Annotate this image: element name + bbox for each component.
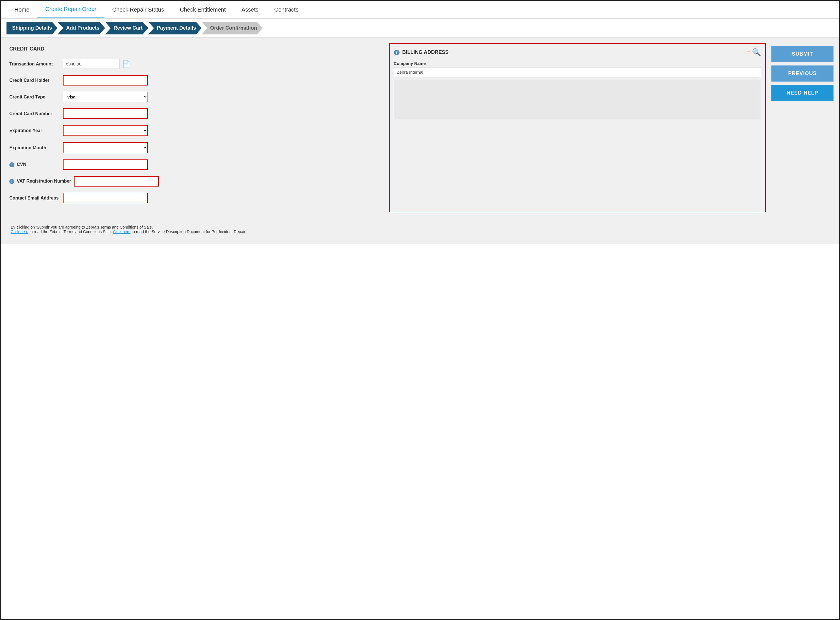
nav-contracts[interactable]: Contracts [266,2,306,18]
step-add-products-label: Add Products [57,22,105,35]
nav-check-repair-status[interactable]: Check Repair Status [104,2,172,18]
credit-card-type-label: Credit Card Type [9,95,60,99]
expiration-month-row: Expiration Month 01 02 03 04 05 06 07 08… [9,142,381,153]
footer-link1-after: to read the Zebra's Terms and Conditions… [29,229,113,234]
vat-input[interactable] [74,176,159,187]
footer-line2: Click here to read the Zebra's Terms and… [11,229,829,234]
footer-line1: By clicking on 'Submit' you are agreeing… [11,225,829,229]
previous-button[interactable]: PREVIOUS [771,65,834,81]
content-grid: CREDIT CARD Transaction Amount 📄 Credit … [6,43,834,212]
required-star: * [747,49,749,56]
cvn-row: i CVN [9,160,381,170]
need-help-button[interactable]: NEED HELP [771,85,834,101]
transaction-amount-label: Transaction Amount [9,62,60,66]
credit-card-holder-row: Credit Card Holder [9,75,381,86]
credit-card-number-input[interactable] [63,108,148,119]
transaction-amount-input[interactable] [63,59,119,69]
nav-assets[interactable]: Assets [234,2,266,18]
nav-check-entitlement[interactable]: Check Entitlement [172,2,234,18]
cvn-input[interactable] [63,160,148,170]
step-payment-details-label: Payment Details [148,22,202,35]
document-icon[interactable]: 📄 [122,60,130,68]
step-payment-details[interactable]: Payment Details [148,22,202,35]
step-add-products[interactable]: Add Products [57,22,105,35]
expiration-year-select[interactable]: 2024 2025 2026 2027 2028 [63,125,148,136]
expiration-month-select[interactable]: 01 02 03 04 05 06 07 08 09 10 11 12 [63,142,148,153]
main-content: CREDIT CARD Transaction Amount 📄 Credit … [1,38,839,244]
submit-button[interactable]: SUBMIT [771,46,834,62]
step-review-cart[interactable]: Review Cart [105,22,148,35]
action-panel: SUBMIT PREVIOUS NEED HELP [771,43,834,212]
footer-link1[interactable]: Click here [11,229,28,234]
nav-home[interactable]: Home [6,2,37,18]
billing-search-icon[interactable]: 🔍 [752,48,761,57]
billing-address-textarea[interactable] [394,80,761,119]
credit-card-holder-input[interactable] [63,75,148,86]
credit-card-title: CREDIT CARD [9,46,381,53]
cvn-info-icon[interactable]: i [9,162,14,167]
billing-header: i BILLING ADDRESS * 🔍 [394,48,761,57]
step-shipping-details[interactable]: Shipping Details [6,22,57,35]
vat-row: i VAT Registration Number [9,176,381,187]
credit-card-number-row: Credit Card Number [9,108,381,119]
transaction-amount-row: Transaction Amount 📄 [9,59,381,69]
expiration-year-label: Expiration Year [9,128,60,133]
credit-card-panel: CREDIT CARD Transaction Amount 📄 Credit … [6,43,383,212]
nav-create-repair-order[interactable]: Create Repair Order [37,1,104,18]
step-order-confirmation[interactable]: Order Confirmation [202,22,262,35]
company-name-label: Company Name [394,61,761,66]
step-shipping-details-label: Shipping Details [6,22,57,35]
expiration-year-row: Expiration Year 2024 2025 2026 2027 2028 [9,125,381,136]
top-navigation: Home Create Repair Order Check Repair St… [1,1,839,19]
step-review-cart-label: Review Cart [105,22,148,35]
contact-email-row: Contact Email Address [9,193,381,203]
vat-info-icon[interactable]: i [9,179,14,184]
credit-card-holder-label: Credit Card Holder [9,78,60,83]
footer-link2[interactable]: Click here [113,229,130,234]
footer: By clicking on 'Submit' you are agreeing… [6,221,834,238]
cvn-label: i CVN [9,162,60,167]
billing-info-icon[interactable]: i [394,50,400,55]
transaction-wrapper: 📄 [63,59,130,69]
billing-address-panel: i BILLING ADDRESS * 🔍 Company Name [389,43,766,212]
contact-email-input[interactable] [63,193,148,203]
step-bar: Shipping Details Add Products Review Car… [1,19,839,38]
credit-card-number-label: Credit Card Number [9,111,60,116]
billing-address-title: BILLING ADDRESS [403,50,744,55]
credit-card-type-select[interactable]: Visa Mastercard American Express Discove… [63,92,148,102]
vat-label: i VAT Registration Number [9,179,71,184]
contact-email-label: Contact Email Address [9,196,60,201]
footer-link2-after: to read the Service Description Document… [131,229,246,234]
company-name-input[interactable] [394,67,761,77]
step-order-confirmation-label: Order Confirmation [202,22,262,35]
expiration-month-label: Expiration Month [9,145,60,150]
credit-card-type-row: Credit Card Type Visa Mastercard America… [9,92,381,102]
